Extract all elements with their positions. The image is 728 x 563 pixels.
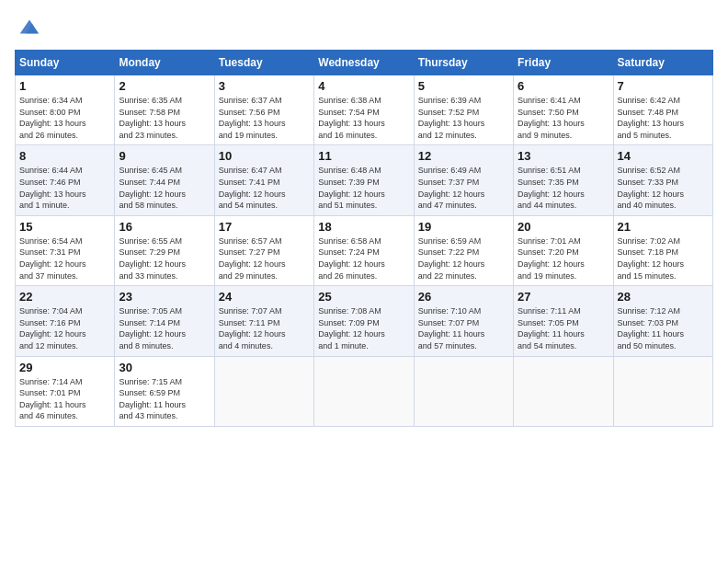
day-info: Sunrise: 6:58 AM Sunset: 7:24 PM Dayligh…: [318, 236, 409, 282]
day-number: 16: [119, 220, 210, 234]
week-row-3: 15Sunrise: 6:54 AM Sunset: 7:31 PM Dayli…: [16, 215, 713, 285]
calendar-cell: [314, 356, 414, 426]
day-number: 12: [418, 149, 509, 163]
day-number: 5: [418, 79, 509, 93]
day-number: 15: [19, 220, 110, 234]
calendar-cell: 13Sunrise: 6:51 AM Sunset: 7:35 PM Dayli…: [514, 145, 613, 215]
calendar-cell: [214, 356, 313, 426]
calendar-cell: 27Sunrise: 7:11 AM Sunset: 7:05 PM Dayli…: [514, 286, 613, 356]
day-number: 3: [219, 79, 310, 93]
calendar-cell: 28Sunrise: 7:12 AM Sunset: 7:03 PM Dayli…: [613, 286, 712, 356]
day-info: Sunrise: 6:47 AM Sunset: 7:41 PM Dayligh…: [219, 165, 310, 211]
day-number: 23: [119, 290, 210, 304]
calendar-cell: 17Sunrise: 6:57 AM Sunset: 7:27 PM Dayli…: [214, 215, 313, 285]
calendar-cell: 20Sunrise: 7:01 AM Sunset: 7:20 PM Dayli…: [514, 215, 613, 285]
day-info: Sunrise: 7:04 AM Sunset: 7:16 PM Dayligh…: [19, 305, 110, 351]
day-info: Sunrise: 6:34 AM Sunset: 8:00 PM Dayligh…: [19, 95, 110, 141]
day-info: Sunrise: 6:37 AM Sunset: 7:56 PM Dayligh…: [219, 95, 310, 141]
day-number: 18: [318, 220, 409, 234]
day-info: Sunrise: 6:42 AM Sunset: 7:48 PM Dayligh…: [618, 95, 709, 141]
day-info: Sunrise: 7:01 AM Sunset: 7:20 PM Dayligh…: [518, 236, 609, 282]
day-number: 28: [618, 290, 709, 304]
day-info: Sunrise: 7:07 AM Sunset: 7:11 PM Dayligh…: [219, 305, 310, 351]
week-row-2: 8Sunrise: 6:44 AM Sunset: 7:46 PM Daylig…: [16, 145, 713, 215]
day-info: Sunrise: 6:49 AM Sunset: 7:37 PM Dayligh…: [418, 165, 509, 211]
day-number: 1: [19, 79, 110, 93]
calendar-cell: 30Sunrise: 7:15 AM Sunset: 6:59 PM Dayli…: [115, 356, 214, 426]
day-info: Sunrise: 6:54 AM Sunset: 7:31 PM Dayligh…: [19, 236, 110, 282]
day-info: Sunrise: 6:59 AM Sunset: 7:22 PM Dayligh…: [418, 236, 509, 282]
day-number: 19: [418, 220, 509, 234]
day-number: 30: [119, 361, 210, 374]
calendar-cell: 12Sunrise: 6:49 AM Sunset: 7:37 PM Dayli…: [414, 145, 513, 215]
calendar-cell: 8Sunrise: 6:44 AM Sunset: 7:46 PM Daylig…: [16, 145, 115, 215]
day-number: 17: [219, 220, 310, 234]
calendar-cell: 14Sunrise: 6:52 AM Sunset: 7:33 PM Dayli…: [613, 145, 712, 215]
week-row-5: 29Sunrise: 7:14 AM Sunset: 7:01 PM Dayli…: [16, 356, 713, 426]
calendar-cell: 21Sunrise: 7:02 AM Sunset: 7:18 PM Dayli…: [613, 215, 712, 285]
week-row-1: 1Sunrise: 6:34 AM Sunset: 8:00 PM Daylig…: [16, 75, 713, 145]
day-info: Sunrise: 6:41 AM Sunset: 7:50 PM Dayligh…: [518, 95, 609, 141]
day-number: 11: [318, 149, 409, 163]
calendar-cell: [414, 356, 513, 426]
day-number: 9: [119, 149, 210, 163]
day-info: Sunrise: 7:05 AM Sunset: 7:14 PM Dayligh…: [119, 305, 210, 351]
logo-icon: [17, 15, 42, 40]
calendar-cell: 5Sunrise: 6:39 AM Sunset: 7:52 PM Daylig…: [414, 75, 513, 145]
calendar-cell: 29Sunrise: 7:14 AM Sunset: 7:01 PM Dayli…: [16, 356, 115, 426]
day-number: 14: [618, 149, 709, 163]
calendar-table: SundayMondayTuesdayWednesdayThursdayFrid…: [15, 50, 713, 427]
day-number: 13: [518, 149, 609, 163]
day-number: 7: [618, 79, 709, 93]
day-info: Sunrise: 6:44 AM Sunset: 7:46 PM Dayligh…: [19, 165, 110, 211]
calendar-cell: 3Sunrise: 6:37 AM Sunset: 7:56 PM Daylig…: [214, 75, 313, 145]
logo: [15, 15, 40, 40]
col-header-thursday: Thursday: [414, 51, 513, 75]
calendar-cell: 9Sunrise: 6:45 AM Sunset: 7:44 PM Daylig…: [115, 145, 214, 215]
day-number: 24: [219, 290, 310, 304]
calendar-cell: [514, 356, 613, 426]
day-info: Sunrise: 6:39 AM Sunset: 7:52 PM Dayligh…: [418, 95, 509, 141]
day-number: 27: [518, 290, 609, 304]
day-number: 10: [219, 149, 310, 163]
page-header: [15, 15, 713, 40]
calendar-cell: 2Sunrise: 6:35 AM Sunset: 7:58 PM Daylig…: [115, 75, 214, 145]
calendar-cell: 16Sunrise: 6:55 AM Sunset: 7:29 PM Dayli…: [115, 215, 214, 285]
day-number: 25: [318, 290, 409, 304]
day-number: 29: [19, 361, 110, 374]
calendar-cell: 26Sunrise: 7:10 AM Sunset: 7:07 PM Dayli…: [414, 286, 513, 356]
day-info: Sunrise: 6:48 AM Sunset: 7:39 PM Dayligh…: [318, 165, 409, 211]
calendar-cell: 24Sunrise: 7:07 AM Sunset: 7:11 PM Dayli…: [214, 286, 313, 356]
col-header-friday: Friday: [514, 51, 613, 75]
col-header-wednesday: Wednesday: [314, 51, 414, 75]
day-number: 8: [19, 149, 110, 163]
day-info: Sunrise: 6:45 AM Sunset: 7:44 PM Dayligh…: [119, 165, 210, 211]
day-info: Sunrise: 6:38 AM Sunset: 7:54 PM Dayligh…: [318, 95, 409, 141]
day-info: Sunrise: 7:02 AM Sunset: 7:18 PM Dayligh…: [618, 236, 709, 282]
day-info: Sunrise: 7:08 AM Sunset: 7:09 PM Dayligh…: [318, 305, 409, 351]
day-info: Sunrise: 7:12 AM Sunset: 7:03 PM Dayligh…: [618, 305, 709, 351]
day-number: 20: [518, 220, 609, 234]
day-number: 22: [19, 290, 110, 304]
day-info: Sunrise: 7:11 AM Sunset: 7:05 PM Dayligh…: [518, 305, 609, 351]
col-header-monday: Monday: [115, 51, 214, 75]
calendar-cell: 10Sunrise: 6:47 AM Sunset: 7:41 PM Dayli…: [214, 145, 313, 215]
col-header-sunday: Sunday: [16, 51, 115, 75]
col-header-tuesday: Tuesday: [214, 51, 313, 75]
day-info: Sunrise: 6:35 AM Sunset: 7:58 PM Dayligh…: [119, 95, 210, 141]
calendar-cell: 22Sunrise: 7:04 AM Sunset: 7:16 PM Dayli…: [16, 286, 115, 356]
col-header-saturday: Saturday: [613, 51, 712, 75]
calendar-cell: 11Sunrise: 6:48 AM Sunset: 7:39 PM Dayli…: [314, 145, 414, 215]
day-info: Sunrise: 6:57 AM Sunset: 7:27 PM Dayligh…: [219, 236, 310, 282]
day-info: Sunrise: 7:10 AM Sunset: 7:07 PM Dayligh…: [418, 305, 509, 351]
header-row: SundayMondayTuesdayWednesdayThursdayFrid…: [16, 51, 713, 75]
day-info: Sunrise: 6:52 AM Sunset: 7:33 PM Dayligh…: [618, 165, 709, 211]
calendar-cell: 25Sunrise: 7:08 AM Sunset: 7:09 PM Dayli…: [314, 286, 414, 356]
day-info: Sunrise: 7:14 AM Sunset: 7:01 PM Dayligh…: [19, 376, 110, 422]
calendar-cell: 18Sunrise: 6:58 AM Sunset: 7:24 PM Dayli…: [314, 215, 414, 285]
calendar-cell: 7Sunrise: 6:42 AM Sunset: 7:48 PM Daylig…: [613, 75, 712, 145]
day-number: 21: [618, 220, 709, 234]
day-number: 4: [318, 79, 409, 93]
calendar-cell: [613, 356, 712, 426]
day-number: 26: [418, 290, 509, 304]
